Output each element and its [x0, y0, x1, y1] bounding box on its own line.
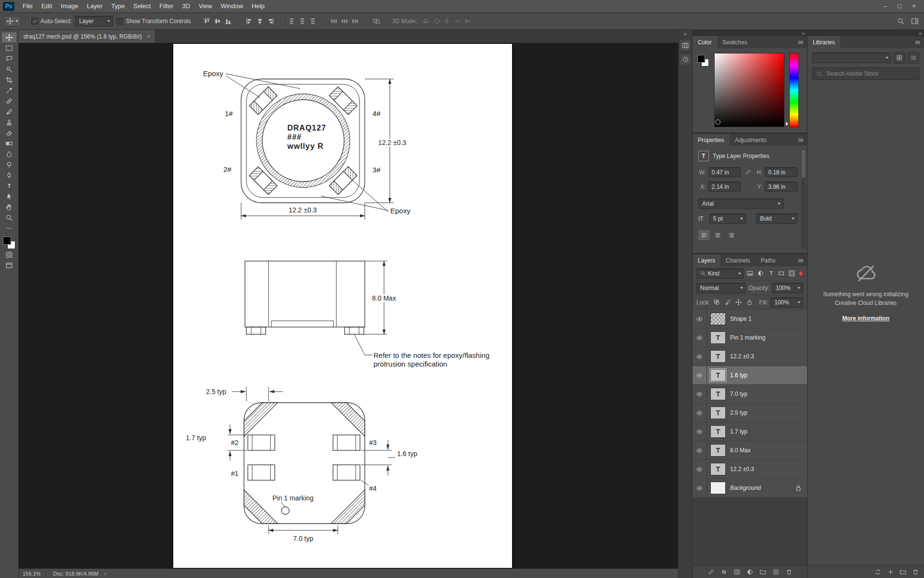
- saturation-brightness-picker[interactable]: [714, 53, 784, 127]
- layer-thumbnail[interactable]: T: [710, 444, 726, 457]
- menu-edit[interactable]: Edit: [37, 0, 56, 13]
- pen-tool[interactable]: [2, 170, 16, 180]
- layer-filter-select[interactable]: Kind: [696, 268, 744, 279]
- library-select[interactable]: [812, 53, 891, 63]
- blur-tool[interactable]: [2, 149, 16, 159]
- align-left-button[interactable]: [244, 16, 255, 26]
- layer-name[interactable]: 12.2 ±0.3: [730, 353, 754, 360]
- link-dimensions-icon[interactable]: [744, 169, 752, 176]
- menu-image[interactable]: Image: [56, 0, 82, 13]
- stamp-tool[interactable]: [2, 117, 16, 127]
- show-transform-checkbox[interactable]: Show Transform Controls: [116, 18, 191, 25]
- tab-properties[interactable]: Properties: [693, 134, 730, 146]
- tab-close-icon[interactable]: ×: [147, 33, 151, 40]
- collapse-dock-icon[interactable]: »: [802, 30, 805, 36]
- layer-name[interactable]: 1.7 typ: [730, 428, 747, 435]
- menu-3d[interactable]: 3D: [178, 0, 194, 13]
- tab-layers[interactable]: Layers: [693, 254, 720, 266]
- color-picker-cursor[interactable]: [715, 119, 720, 125]
- hue-slider[interactable]: [789, 53, 799, 127]
- text-align-left-button[interactable]: [698, 230, 710, 240]
- sync-icon[interactable]: [874, 568, 882, 576]
- menu-filter[interactable]: Filter: [155, 0, 178, 13]
- eyedropper-tool[interactable]: [2, 85, 16, 95]
- foreground-color-swatch[interactable]: [3, 236, 11, 245]
- ellipsis-tool[interactable]: [2, 223, 16, 233]
- brush-tool[interactable]: [2, 106, 16, 117]
- layer-visibility-toggle[interactable]: [693, 385, 707, 403]
- auto-select-target-select[interactable]: Layer: [75, 16, 113, 26]
- layer-style-icon[interactable]: fx: [720, 568, 728, 576]
- font-style-select[interactable]: Bold: [756, 213, 797, 224]
- layer-filter-toggle[interactable]: [798, 271, 803, 276]
- layer-visibility-toggle[interactable]: [693, 366, 707, 384]
- menu-file[interactable]: File: [18, 0, 37, 13]
- layer-visibility-toggle[interactable]: [693, 460, 707, 478]
- new-library-icon[interactable]: [899, 568, 907, 576]
- menu-window[interactable]: Window: [217, 0, 247, 13]
- tab-adjustments[interactable]: Adjustments: [730, 134, 772, 146]
- path-select-tool[interactable]: [2, 191, 16, 201]
- delete-layer-icon[interactable]: [785, 568, 793, 576]
- mini-color-swatches[interactable]: [697, 55, 709, 66]
- layer-thumbnail[interactable]: T: [710, 463, 726, 475]
- blend-mode-select[interactable]: Normal: [696, 283, 746, 293]
- distribute-left-button[interactable]: [329, 16, 339, 26]
- 3d-orbit-button[interactable]: [421, 16, 431, 26]
- layer-thumbnail[interactable]: T: [710, 407, 726, 419]
- zoom-tool[interactable]: [2, 212, 16, 223]
- 3d-pan-button[interactable]: [442, 16, 452, 26]
- layer-visibility-toggle[interactable]: [693, 404, 707, 422]
- layer-row[interactable]: T1.6 typ: [693, 366, 807, 385]
- layer-name[interactable]: Background: [730, 485, 761, 491]
- height-field[interactable]: 0.18 in: [765, 167, 797, 177]
- fill-select[interactable]: 100%: [770, 297, 803, 308]
- layer-row[interactable]: T8.0 Max: [693, 441, 807, 460]
- opacity-select[interactable]: 100%: [772, 283, 803, 293]
- document-tab[interactable]: draq127 mech.psd @ 156% (1.6 typ, RGB/8#…: [19, 30, 155, 43]
- distribute-middle-button[interactable]: [297, 16, 308, 26]
- layer-thumbnail[interactable]: [710, 482, 726, 494]
- eraser-tool[interactable]: [2, 128, 16, 138]
- layer-name[interactable]: Shape 1: [730, 315, 752, 322]
- collapsed-panel-button-2[interactable]: [680, 54, 691, 65]
- text-align-center-button[interactable]: [712, 230, 723, 240]
- tab-paths[interactable]: Paths: [756, 254, 781, 266]
- distribute-top-button[interactable]: [286, 16, 297, 26]
- y-field[interactable]: 3.86 in: [765, 182, 797, 192]
- tab-channels[interactable]: Channels: [720, 254, 756, 266]
- layer-name[interactable]: Pin 1 marking: [730, 334, 765, 341]
- minimize-button[interactable]: –: [878, 0, 892, 13]
- color-swatches[interactable]: [3, 236, 15, 249]
- align-bottom-button[interactable]: [223, 16, 233, 26]
- layer-row[interactable]: T1.7 typ: [693, 422, 807, 441]
- auto-select-checkbox[interactable]: Auto-Select:: [31, 18, 72, 25]
- layer-row[interactable]: TPin 1 marking: [693, 328, 807, 347]
- align-right-button[interactable]: [265, 16, 276, 26]
- layer-row[interactable]: T12.2 ±0.3: [693, 347, 807, 366]
- menu-select[interactable]: Select: [129, 0, 155, 13]
- layer-name[interactable]: 12.2 ±0.3: [730, 466, 754, 473]
- hand-tool[interactable]: [2, 202, 16, 212]
- filter-shape-button[interactable]: [777, 269, 785, 278]
- filter-adjustment-button[interactable]: [757, 269, 765, 278]
- properties-scrollbar[interactable]: [801, 149, 806, 249]
- layer-row[interactable]: T7.0 typ: [693, 385, 807, 404]
- 3d-slide-button[interactable]: [452, 16, 463, 26]
- layer-name[interactable]: 8.0 Max: [730, 447, 751, 454]
- move-tool[interactable]: [2, 32, 16, 42]
- healing-tool[interactable]: [2, 96, 16, 106]
- filter-smart-button[interactable]: [788, 269, 796, 278]
- auto-align-button[interactable]: [371, 16, 382, 26]
- lasso-tool[interactable]: [2, 53, 16, 64]
- lock-all-button[interactable]: [745, 298, 754, 307]
- layer-visibility-toggle[interactable]: [693, 479, 707, 497]
- expand-dock-icon[interactable]: «: [684, 31, 687, 37]
- crop-tool[interactable]: [2, 75, 16, 85]
- layer-row[interactable]: Shape 1: [693, 310, 807, 328]
- add-mask-icon[interactable]: [733, 568, 741, 576]
- screen-mode-button[interactable]: [2, 260, 16, 270]
- color-panel-menu-button[interactable]: [795, 36, 807, 48]
- layer-name[interactable]: 7.0 typ: [730, 391, 747, 397]
- menu-layer[interactable]: Layer: [83, 0, 107, 13]
